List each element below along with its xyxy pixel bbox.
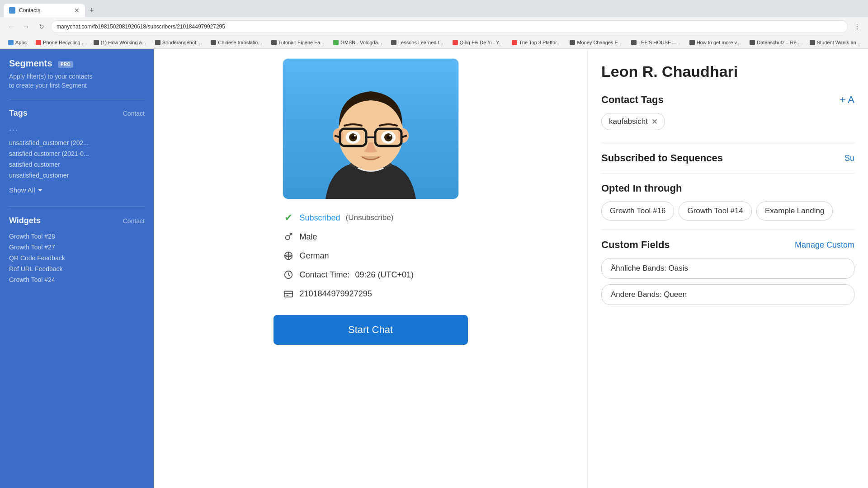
contact-time-row: Contact Time: 09:26 (UTC+01) xyxy=(283,265,459,284)
widgets-contact-label: Contact xyxy=(123,217,145,225)
tab-title: Contacts xyxy=(19,7,40,14)
psid-row: 2101844979927295 xyxy=(283,284,459,303)
widget-item-1[interactable]: Growth Tool #27 xyxy=(9,242,145,253)
bookmark-15[interactable]: (2) How To Add ... xyxy=(866,39,868,46)
bookmark-3[interactable]: Sonderangebot:... xyxy=(151,39,205,46)
bookmark-9[interactable]: The Top 3 Platfor... xyxy=(508,39,564,46)
bookmark-favicon xyxy=(750,40,755,45)
browser-chrome: Contacts ✕ + ← → ↻ manychat.com/fb198150… xyxy=(0,0,868,49)
extensions-btn[interactable]: ⋮ xyxy=(851,20,863,33)
opted-in-header: Opted In through xyxy=(601,183,854,194)
bookmark-8[interactable]: Qing Fei De Yi - Y... xyxy=(449,39,507,46)
segments-section: Segments PRO Apply filter(s) to your con… xyxy=(9,58,145,90)
back-btn[interactable]: ← xyxy=(5,20,17,33)
svg-point-18 xyxy=(389,135,391,136)
bookmark-5[interactable]: Tutorial: Eigene Fa... xyxy=(268,39,328,46)
subscribed-link[interactable]: Subscribed xyxy=(300,213,340,223)
gender-icon xyxy=(283,231,294,243)
bookmark-favicon xyxy=(689,40,695,45)
unsubscribe-text[interactable]: (Unsubscribe) xyxy=(346,213,394,222)
tab-favicon xyxy=(9,7,15,14)
widget-item-2[interactable]: QR Code Feedback xyxy=(9,253,145,263)
show-all-label: Show All xyxy=(9,186,35,194)
tag-item-0[interactable]: unsatisfied_customer (202... xyxy=(9,137,145,148)
right-panel: Leon R. Chaudhari Contact Tags + A kaufa… xyxy=(588,49,868,488)
bookmark-14[interactable]: Student Wants an... xyxy=(806,39,864,46)
manage-custom-link[interactable]: Manage Custom xyxy=(795,240,854,250)
nav-bar: ← → ↻ manychat.com/fb198150208192061​8/s… xyxy=(0,17,868,36)
opted-chip-0[interactable]: Growth Tool #16 xyxy=(601,202,674,221)
bookmark-favicon xyxy=(810,40,815,45)
widget-item-0[interactable]: Growth Tool #28 xyxy=(9,231,145,242)
bookmark-favicon xyxy=(271,40,277,45)
url-text: manychat.com/fb198150208192061​8/subscri… xyxy=(57,23,225,30)
tag-item-2[interactable]: satisfied customer xyxy=(9,159,145,170)
reload-btn[interactable]: ↻ xyxy=(35,20,48,33)
globe-icon xyxy=(283,250,294,262)
bookmarks-bar: Apps Phone Recycling... (1) How Working … xyxy=(0,36,868,49)
bookmark-label: Money Changes E... xyxy=(577,40,622,45)
opted-chip-1[interactable]: Growth Tool #14 xyxy=(679,202,751,221)
tab-close-btn[interactable]: ✕ xyxy=(74,7,80,14)
bookmark-4[interactable]: Chinese translatio... xyxy=(207,39,265,46)
bookmark-favicon xyxy=(36,40,41,45)
active-tab[interactable]: Contacts ✕ xyxy=(4,4,85,17)
contact-tags-header: Contact Tags + A xyxy=(601,94,854,106)
tag-remove-btn[interactable]: ✕ xyxy=(651,117,657,126)
tag-chip-label: kaufabsicht xyxy=(609,117,648,126)
bookmark-12[interactable]: How to get more v... xyxy=(686,39,745,46)
bookmark-10[interactable]: Money Changes E... xyxy=(566,39,626,46)
bookmark-favicon xyxy=(453,40,458,45)
tags-label: Tags xyxy=(9,108,28,118)
bookmark-favicon xyxy=(391,40,396,45)
forward-btn[interactable]: → xyxy=(20,20,33,33)
opted-chip-2[interactable]: Example Landing xyxy=(756,202,833,221)
tag-item-1[interactable]: satisfied customer (2021-0... xyxy=(9,148,145,159)
center-panel: ✔ Subscribed (Unsubscribe) Male xyxy=(154,49,588,488)
bookmark-label: LEE'S HOUSE—... xyxy=(638,40,680,45)
svg-rect-24 xyxy=(284,291,292,297)
tags-section-header: Tags Contact xyxy=(9,108,145,118)
custom-field-1: Andere Bands: Queen xyxy=(601,284,854,305)
avatar-svg xyxy=(312,59,429,199)
bookmark-favicon xyxy=(155,40,160,45)
avatar-container xyxy=(274,49,468,199)
bookmark-13[interactable]: Datenschutz – Re... xyxy=(746,39,804,46)
bookmark-7[interactable]: Lessons Learned f... xyxy=(387,39,447,46)
bookmark-label: How to get more v... xyxy=(697,40,741,45)
bookmark-11[interactable]: LEE'S HOUSE—... xyxy=(627,39,684,46)
language-row: German xyxy=(283,246,459,265)
bookmark-favicon xyxy=(211,40,216,45)
custom-fields-header: Custom Fields Manage Custom xyxy=(601,239,854,251)
language-value: German xyxy=(300,251,329,261)
bookmark-1[interactable]: Phone Recycling... xyxy=(32,39,88,46)
opted-in-title: Opted In through xyxy=(601,183,682,194)
bookmark-label: Phone Recycling... xyxy=(43,40,85,45)
tag-item-3[interactable]: unsatisfied_customer xyxy=(9,170,145,181)
segments-title: Segments xyxy=(9,58,52,68)
add-tag-button[interactable]: + A xyxy=(840,94,854,106)
custom-field-0: Ähnliche Bands: Oasis xyxy=(601,258,854,279)
chevron-down-icon xyxy=(38,189,42,192)
tags-list: unsatisfied_customer (202... satisfied c… xyxy=(9,137,145,181)
sidebar: Segments PRO Apply filter(s) to your con… xyxy=(0,49,154,488)
bookmark-label: GMSN - Vologda... xyxy=(340,40,382,45)
address-bar[interactable]: manychat.com/fb198150208192061​8/subscri… xyxy=(51,20,848,33)
bookmark-apps[interactable]: Apps xyxy=(5,39,30,46)
widgets-list: Growth Tool #28 Growth Tool #27 QR Code … xyxy=(9,231,145,285)
new-tab-btn[interactable]: + xyxy=(85,4,99,17)
start-chat-button[interactable]: Start Chat xyxy=(274,315,468,345)
subscribe-link[interactable]: Su xyxy=(844,154,854,163)
widget-item-4[interactable]: Growth Tool #24 xyxy=(9,274,145,285)
widgets-label: Widgets xyxy=(9,216,41,225)
show-all-button[interactable]: Show All xyxy=(9,183,145,197)
widget-item-3[interactable]: Ref URL Feedback xyxy=(9,263,145,274)
bookmark-2[interactable]: (1) How Working a... xyxy=(90,39,150,46)
section-divider-2 xyxy=(601,173,854,174)
bookmark-6[interactable]: GMSN - Vologda... xyxy=(330,39,386,46)
widgets-section-header: Widgets Contact xyxy=(9,216,145,225)
tag-chip-kaufabsicht: kaufabsicht ✕ xyxy=(601,113,665,130)
tab-bar: Contacts ✕ + xyxy=(0,0,868,17)
check-circle-icon: ✔ xyxy=(283,212,294,224)
id-icon xyxy=(283,288,294,300)
